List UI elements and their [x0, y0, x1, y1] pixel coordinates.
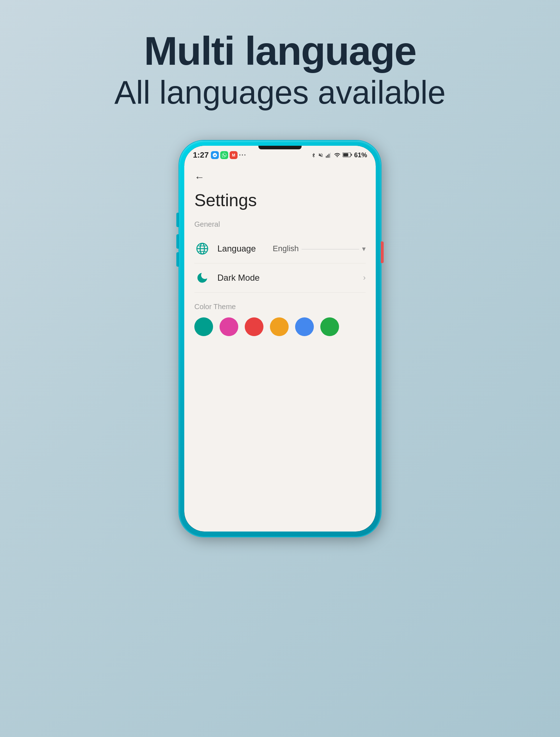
dark-mode-row[interactable]: Dark Mode › [194, 263, 366, 293]
svg-rect-6 [343, 153, 348, 157]
gmail-icon: M [230, 151, 238, 159]
color-swatch-pink[interactable] [220, 317, 238, 336]
headline-sub: All languages available [114, 73, 446, 112]
battery-percent: 61% [354, 152, 367, 159]
color-swatch-red[interactable] [245, 317, 263, 336]
wifi-icon [334, 152, 340, 158]
chevron-down-icon: ▾ [362, 244, 366, 253]
color-theme-label: Color Theme [194, 303, 366, 311]
color-swatch-green[interactable] [320, 317, 339, 336]
color-swatch-orange[interactable] [270, 317, 289, 336]
status-right: 61% [311, 152, 367, 159]
headline-main: Multi language [114, 29, 446, 73]
headline-section: Multi language All languages available [114, 29, 446, 112]
status-app-icons: M ··· [211, 151, 247, 159]
phone-mockup: 1:27 [179, 141, 381, 537]
phone-screen: 1:27 [184, 146, 376, 532]
mute-icon [318, 152, 323, 158]
phone-shell: 1:27 [179, 141, 381, 537]
language-current-value: English [273, 244, 299, 253]
color-swatch-blue[interactable] [295, 317, 314, 336]
phone-inner: 1:27 [184, 146, 376, 532]
screen-content: ← Settings General [184, 164, 376, 532]
language-value-container[interactable]: English ▾ [273, 244, 366, 253]
chevron-right-icon: › [363, 273, 366, 282]
status-time: 1:27 [193, 150, 209, 160]
color-theme-section: Color Theme [194, 303, 366, 336]
svg-rect-2 [329, 154, 329, 158]
svg-rect-3 [330, 153, 331, 158]
bluetooth-icon [311, 152, 316, 158]
svg-rect-0 [326, 156, 326, 158]
svg-rect-5 [351, 154, 352, 156]
color-swatch-teal[interactable] [194, 317, 213, 336]
battery-icon [343, 153, 352, 158]
language-label: Language [217, 244, 273, 254]
telegram-icon [211, 151, 219, 159]
settings-title: Settings [194, 190, 366, 210]
back-button[interactable]: ← [194, 172, 366, 183]
whatsapp-icon [220, 151, 228, 159]
moon-icon [194, 270, 210, 286]
signal-icon [325, 152, 332, 158]
phone-notch [258, 146, 302, 149]
status-left: 1:27 [193, 150, 247, 160]
dark-mode-label: Dark Mode [217, 273, 363, 283]
status-dots: ··· [239, 152, 247, 159]
general-section-label: General [194, 220, 366, 229]
globe-icon [194, 241, 210, 257]
svg-rect-1 [327, 155, 328, 158]
language-row[interactable]: Language English ▾ [194, 234, 366, 263]
color-swatches [194, 317, 366, 336]
language-divider [302, 249, 359, 249]
